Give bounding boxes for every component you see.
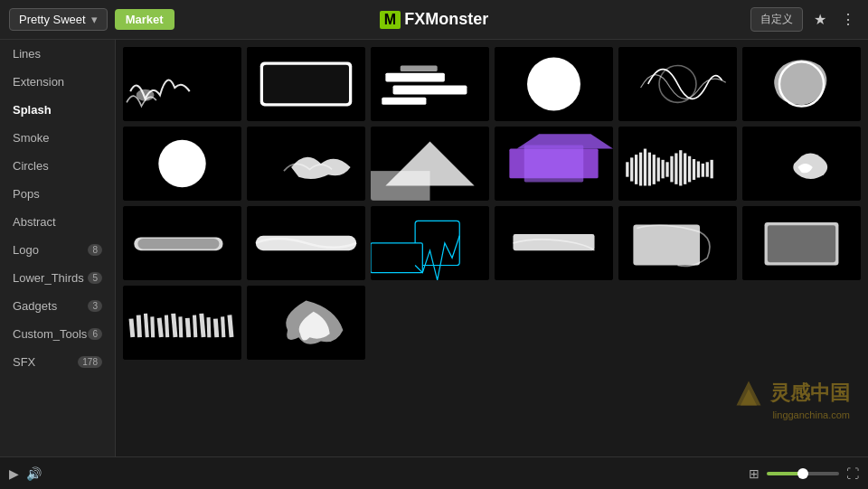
thumbnail-15[interactable] xyxy=(371,206,489,280)
footer-controls-left: ▶ 🔊 xyxy=(9,466,42,481)
thumbnail-7[interactable] xyxy=(123,127,241,201)
svg-point-1 xyxy=(137,89,155,101)
svg-rect-49 xyxy=(137,239,219,249)
svg-rect-24 xyxy=(524,145,584,182)
header-right: 自定义 ★ ⋮ xyxy=(750,7,859,32)
header: Pretty Sweet ▾ Market M FXMonster 自定义 ★ … xyxy=(0,0,868,40)
svg-rect-54 xyxy=(371,243,422,273)
logo-text: FXMonster xyxy=(404,10,488,29)
thumbnail-2[interactable] xyxy=(247,47,365,121)
watermark: 灵感中国 lingganchina.com xyxy=(732,377,850,420)
svg-rect-37 xyxy=(675,153,677,183)
svg-rect-4 xyxy=(263,65,349,104)
svg-rect-44 xyxy=(706,162,709,176)
thumbnail-13[interactable] xyxy=(123,206,241,280)
svg-rect-45 xyxy=(711,160,713,178)
svg-rect-70 xyxy=(178,316,183,337)
sidebar-label-lines: Lines xyxy=(13,47,41,61)
volume-button[interactable]: 🔊 xyxy=(26,466,42,481)
thumbnail-9[interactable] xyxy=(371,127,489,201)
thumbnail-3[interactable] xyxy=(371,47,489,121)
sidebar-label-pops: Pops xyxy=(13,187,40,201)
sidebar-label-abstract: Abstract xyxy=(13,215,56,229)
sidebar-label-splash: Splash xyxy=(13,103,52,117)
svg-rect-58 xyxy=(633,224,700,265)
play-button[interactable]: ▶ xyxy=(9,466,19,481)
svg-rect-40 xyxy=(688,156,691,183)
svg-rect-39 xyxy=(684,153,686,183)
thumbnail-20[interactable] xyxy=(247,286,365,360)
sidebar-item-abstract[interactable]: Abstract xyxy=(0,208,115,236)
sidebar-item-smoke[interactable]: Smoke xyxy=(0,124,115,152)
sidebar-item-circles[interactable]: Circles xyxy=(0,152,115,180)
sidebar-item-pops[interactable]: Pops xyxy=(0,180,115,208)
svg-rect-42 xyxy=(697,161,700,177)
thumbnail-5[interactable] xyxy=(618,47,737,121)
svg-rect-29 xyxy=(639,153,642,186)
sidebar-item-sfx[interactable]: SFX 178 xyxy=(0,348,115,376)
watermark-brand: 灵感中国 xyxy=(770,380,850,407)
thumbnail-11[interactable] xyxy=(618,127,737,201)
thumbnail-8[interactable] xyxy=(247,127,365,201)
sidebar-label-custom-tools: Custom_Tools xyxy=(13,327,87,341)
svg-rect-5 xyxy=(371,47,489,121)
sidebar: Lines Extension Splash Smoke Circles Pop… xyxy=(0,40,116,456)
sidebar-item-lower-thirds[interactable]: Lower_Thirds 5 xyxy=(0,264,115,292)
star-icon[interactable]: ★ xyxy=(810,9,830,30)
fullscreen-button[interactable]: ⛶ xyxy=(846,466,859,481)
sidebar-item-custom-tools[interactable]: Custom_Tools 6 xyxy=(0,320,115,348)
svg-rect-8 xyxy=(382,98,426,105)
thumbnail-14[interactable] xyxy=(247,206,365,280)
svg-rect-32 xyxy=(653,155,656,184)
svg-rect-36 xyxy=(670,156,673,183)
svg-rect-56 xyxy=(513,234,594,250)
logo-m-icon: M xyxy=(380,11,401,29)
sidebar-item-splash[interactable]: Splash xyxy=(0,96,115,124)
thumbnail-16[interactable] xyxy=(495,206,613,280)
thumbnail-19[interactable] xyxy=(123,286,241,360)
preset-dropdown[interactable]: Pretty Sweet ▾ xyxy=(9,8,108,31)
zoom-slider-container xyxy=(767,472,839,475)
gadgets-badge: 3 xyxy=(88,300,102,312)
thumbnail-6[interactable] xyxy=(742,47,861,121)
more-options-icon[interactable]: ⋮ xyxy=(837,9,859,30)
thumbnail-4[interactable] xyxy=(495,47,613,121)
thumbnail-12[interactable] xyxy=(742,127,861,201)
svg-point-17 xyxy=(158,140,205,187)
svg-rect-21 xyxy=(371,171,430,201)
svg-rect-34 xyxy=(661,160,664,178)
footer-controls-right: ⊞ ⛶ xyxy=(749,466,859,481)
thumbnail-10[interactable] xyxy=(495,127,613,201)
svg-rect-38 xyxy=(679,150,682,185)
thumbnail-1[interactable] xyxy=(123,47,241,121)
svg-rect-61 xyxy=(768,225,835,262)
sidebar-label-logo: Logo xyxy=(13,243,39,257)
sidebar-item-logo[interactable]: Logo 8 xyxy=(0,236,115,264)
sidebar-label-circles: Circles xyxy=(13,159,49,173)
market-tab[interactable]: Market xyxy=(115,9,175,30)
svg-rect-9 xyxy=(401,65,438,71)
thumbnail-17[interactable] xyxy=(618,206,737,280)
customize-button[interactable]: 自定义 xyxy=(750,7,803,32)
sidebar-item-extension[interactable]: Extension xyxy=(0,68,115,96)
svg-rect-35 xyxy=(665,162,668,176)
sidebar-item-lines[interactable]: Lines xyxy=(0,40,115,68)
header-left: Pretty Sweet ▾ Market xyxy=(9,8,175,31)
preset-label: Pretty Sweet xyxy=(19,13,86,26)
svg-rect-43 xyxy=(702,164,704,177)
sidebar-label-smoke: Smoke xyxy=(13,131,49,145)
chevron-down-icon: ▾ xyxy=(91,13,98,26)
grid-view-button[interactable]: ⊞ xyxy=(749,466,760,481)
thumbnail-18[interactable] xyxy=(742,206,861,280)
thumbnail-grid xyxy=(123,47,861,360)
logo: M FXMonster xyxy=(380,10,488,29)
sidebar-item-gadgets[interactable]: Gadgets 3 xyxy=(0,292,115,320)
sidebar-label-lower-thirds: Lower_Thirds xyxy=(13,271,84,285)
sidebar-label-gadgets: Gadgets xyxy=(13,299,57,313)
svg-rect-31 xyxy=(648,153,651,186)
svg-rect-41 xyxy=(693,159,695,180)
custom-tools-badge: 6 xyxy=(88,328,102,340)
zoom-slider[interactable] xyxy=(767,472,839,475)
content-area: 灵感中国 lingganchina.com xyxy=(116,40,868,456)
svg-rect-27 xyxy=(630,157,633,181)
